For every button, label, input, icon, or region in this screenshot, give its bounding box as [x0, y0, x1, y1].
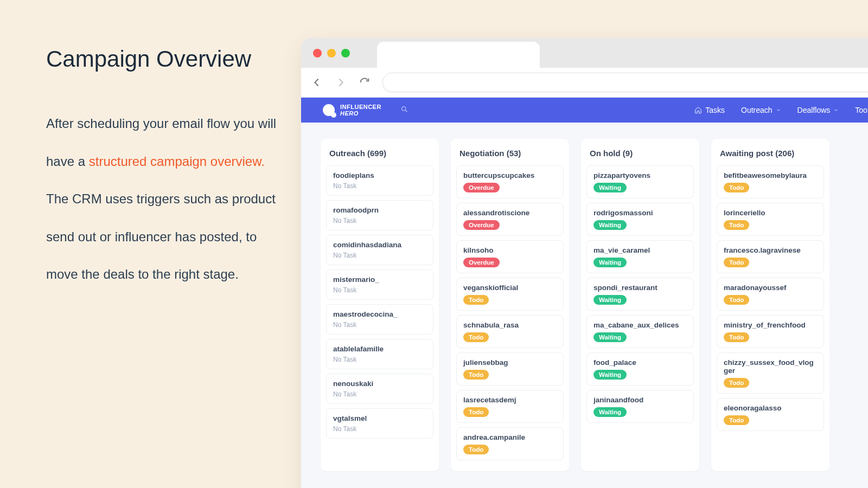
- deal-card[interactable]: spondi_restaurantWaiting: [586, 278, 694, 311]
- deal-card[interactable]: comidinhasdadianaNo Task: [326, 235, 433, 265]
- deal-name: ma_vie_caramel: [593, 246, 687, 254]
- deal-card[interactable]: foodieplansNo Task: [326, 165, 433, 196]
- column-title: Awaiting post (206): [717, 145, 824, 165]
- deal-card[interactable]: rodrigosmassoniWaiting: [586, 203, 694, 236]
- deal-card[interactable]: ma_vie_caramelWaiting: [586, 240, 694, 273]
- deal-card[interactable]: eleonoragalassoTodo: [717, 398, 824, 431]
- deal-name: schnabula_rasa: [463, 321, 557, 329]
- desc-post: The CRM uses triggers such as product se…: [46, 191, 276, 281]
- status-badge: Todo: [724, 295, 749, 305]
- status-badge: Waiting: [593, 332, 627, 342]
- deal-name: spondi_restaurant: [593, 284, 687, 292]
- deal-card[interactable]: ma_cabane_aux_delicesWaiting: [586, 315, 694, 348]
- deal-name: veganskiofficial: [463, 284, 557, 292]
- search-button[interactable]: [400, 105, 409, 115]
- deal-card[interactable]: ministry_of_frenchfoodTodo: [717, 315, 824, 348]
- deal-card[interactable]: andrea.campanileTodo: [456, 427, 564, 460]
- column-title: Outreach (699): [326, 145, 433, 165]
- home-icon: [694, 106, 702, 114]
- kanban-board: Outreach (699)foodieplansNo Taskromafood…: [301, 123, 868, 471]
- kanban-column: On hold (9)pizzapartyovensWaitingrodrigo…: [581, 139, 699, 471]
- deal-name: foodieplans: [333, 171, 426, 179]
- deal-card[interactable]: pizzapartyovensWaiting: [586, 165, 694, 198]
- deal-card[interactable]: janinaandfoodWaiting: [586, 390, 694, 423]
- nav-tools[interactable]: Tools: [855, 106, 868, 114]
- deal-name: andrea.campanile: [463, 433, 557, 441]
- status-notask: No Task: [333, 321, 426, 329]
- page-title: Campaign Overview: [46, 46, 285, 72]
- column-title: Negotiation (53): [456, 145, 564, 165]
- status-notask: No Task: [333, 390, 426, 398]
- deal-card[interactable]: lorincerielloTodo: [717, 203, 824, 236]
- status-badge: Overdue: [463, 220, 500, 230]
- status-badge: Todo: [463, 407, 489, 417]
- status-badge: Waiting: [593, 220, 627, 230]
- deal-card[interactable]: schnabula_rasaTodo: [456, 315, 564, 348]
- deal-card[interactable]: juliensebbagTodo: [456, 352, 564, 386]
- brand-logo-icon: [323, 104, 335, 116]
- chevron-down-icon: [833, 107, 839, 113]
- deal-card[interactable]: vgtalsmelNo Task: [326, 408, 433, 439]
- close-window-button[interactable]: [313, 49, 322, 57]
- minimize-window-button[interactable]: [327, 49, 336, 57]
- status-notask: No Task: [333, 356, 426, 363]
- marketing-copy: Campaign Overview After scheduling your …: [0, 0, 301, 488]
- status-badge: Todo: [724, 220, 749, 230]
- deal-name: ministry_of_frenchfood: [724, 321, 817, 329]
- deal-card[interactable]: lasrecetasdemjTodo: [456, 390, 564, 423]
- deal-name: atablelafamille: [333, 345, 426, 353]
- deal-name: food_palace: [593, 358, 687, 367]
- chevron-down-icon: [776, 107, 781, 113]
- deal-name: vgtalsmel: [333, 414, 426, 422]
- nav-outreach[interactable]: Outreach: [741, 106, 781, 114]
- deal-name: buttercupscupcakes: [463, 171, 557, 179]
- deal-card[interactable]: alessandrotiscioneOverdue: [456, 203, 564, 236]
- deal-name: janinaandfood: [593, 396, 687, 404]
- status-badge: Waiting: [593, 370, 627, 380]
- nav-outreach-label: Outreach: [741, 106, 773, 114]
- app-root: INFLUENCER HERO Tasks Outreach Dealflows: [301, 98, 868, 488]
- deal-name: befitbeawesomebylaura: [724, 171, 817, 179]
- deal-card[interactable]: befitbeawesomebylauraTodo: [717, 165, 824, 198]
- deal-name: juliensebbag: [463, 358, 557, 367]
- deal-card[interactable]: food_palaceWaiting: [586, 352, 694, 386]
- url-bar[interactable]: [382, 73, 868, 92]
- deal-card[interactable]: buttercupscupcakesOverdue: [456, 165, 564, 198]
- deal-name: mistermario_: [333, 275, 426, 284]
- browser-tab[interactable]: [377, 42, 540, 68]
- deal-name: nenouskaki: [333, 380, 426, 388]
- kanban-column: Awaiting post (206)befitbeawesomebylaura…: [711, 139, 829, 471]
- maximize-window-button[interactable]: [341, 49, 350, 57]
- deal-card[interactable]: kilnsohoOverdue: [456, 240, 564, 273]
- page-description: After scheduling your email flow you wil…: [46, 105, 285, 293]
- nav-dealflows-label: Dealflows: [797, 106, 831, 114]
- status-notask: No Task: [333, 286, 426, 294]
- forward-icon[interactable]: [335, 76, 347, 88]
- deal-card[interactable]: maestrodecocina_No Task: [326, 304, 433, 335]
- status-notask: No Task: [333, 252, 426, 259]
- deal-name: chizzy_sussex_food_vlogger: [724, 358, 817, 375]
- nav-tasks[interactable]: Tasks: [694, 106, 725, 114]
- status-badge: Todo: [724, 258, 749, 267]
- deal-card[interactable]: atablelafamilleNo Task: [326, 339, 433, 369]
- status-badge: Overdue: [463, 183, 500, 192]
- status-badge: Todo: [724, 183, 749, 192]
- deal-card[interactable]: francesco.lagravineseTodo: [717, 240, 824, 273]
- back-icon[interactable]: [311, 76, 323, 88]
- nav-tasks-label: Tasks: [705, 106, 725, 114]
- deal-card[interactable]: mistermario_No Task: [326, 269, 433, 300]
- brand-logo[interactable]: INFLUENCER HERO: [323, 104, 381, 117]
- deal-name: lorinceriello: [724, 209, 817, 217]
- deal-card[interactable]: veganskiofficialTodo: [456, 278, 564, 311]
- deal-card[interactable]: chizzy_sussex_food_vloggerTodo: [717, 352, 824, 394]
- browser-window: INFLUENCER HERO Tasks Outreach Dealflows: [301, 38, 868, 488]
- svg-point-0: [401, 107, 406, 111]
- deal-card[interactable]: nenouskakiNo Task: [326, 374, 433, 404]
- deal-card[interactable]: maradonayoussefTodo: [717, 278, 824, 311]
- nav-dealflows[interactable]: Dealflows: [797, 106, 839, 114]
- deal-card[interactable]: romafoodprnNo Task: [326, 200, 433, 230]
- deal-name: alessandrotiscione: [463, 209, 557, 217]
- nav-links: Tasks Outreach Dealflows Tools: [694, 106, 868, 114]
- deal-name: kilnsoho: [463, 246, 557, 254]
- reload-icon[interactable]: [359, 76, 371, 88]
